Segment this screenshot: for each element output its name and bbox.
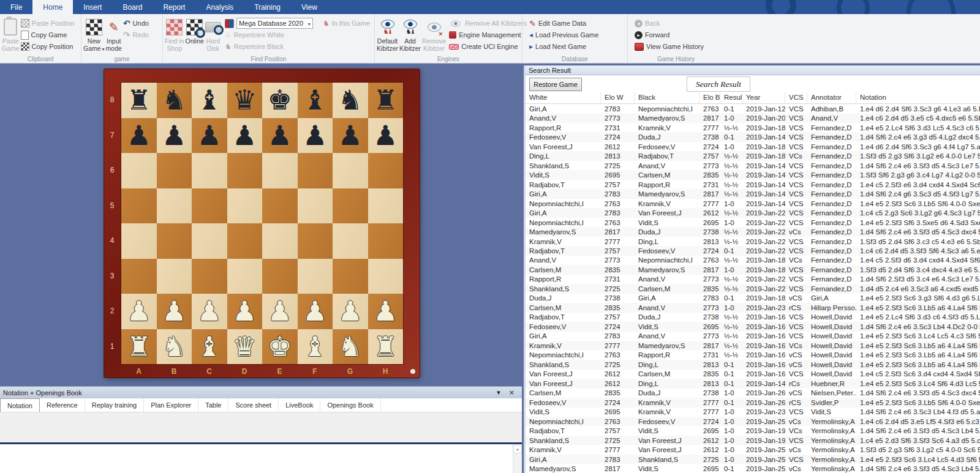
column-header-elo-w[interactable]: Elo W xyxy=(601,92,635,103)
online-button[interactable]: Online xyxy=(186,17,204,45)
game-row[interactable]: Kramnik,V2777Ding,L2813½-½2019-Jan-22VCS… xyxy=(526,237,980,246)
panel-menu-icon[interactable]: ▾ xyxy=(492,389,505,397)
square-e4[interactable] xyxy=(262,223,298,259)
square-a7[interactable]: ♟ xyxy=(121,118,157,154)
tab-table[interactable]: Table xyxy=(198,398,228,412)
square-g5[interactable] xyxy=(333,188,368,224)
game-row[interactable]: Nepomniachtchi,I2763Vidit,S26951-02019-J… xyxy=(526,218,980,227)
game-row[interactable]: Carlsen,M2835Anand,V27731-02019-Jan-23rC… xyxy=(526,303,980,312)
game-row[interactable]: Fedoseev,V2724Duda,J27380-12019-Jan-14VC… xyxy=(526,132,980,141)
square-d6[interactable] xyxy=(227,153,263,188)
game-row[interactable]: Giri,A2783Mamedyarov,S2817½-½2019-Jan-14… xyxy=(526,189,980,198)
default-kibitzer-button[interactable]: ♞♝ Default Kibitzer xyxy=(377,17,398,52)
hard-disk-button[interactable]: Hard Disk xyxy=(205,17,221,52)
column-header-result[interactable]: Result xyxy=(720,92,742,103)
square-g8[interactable]: ♞ xyxy=(333,83,368,118)
game-row[interactable]: Rapport,R2731Kramnik,V2777½-½2019-Jan-18… xyxy=(526,123,980,132)
game-row[interactable]: Giri,A2783Anand,V2773½-½2019-Jan-16VCSHo… xyxy=(526,332,980,341)
game-row[interactable]: Anand,V2773Nepomniachtchi,I2763½-½2019-J… xyxy=(526,256,980,265)
square-h6[interactable] xyxy=(368,153,404,188)
square-c8[interactable]: ♝ xyxy=(192,83,227,118)
menu-tab-file[interactable]: File xyxy=(0,0,32,14)
square-f2[interactable]: ♟ xyxy=(298,294,333,329)
game-row[interactable]: Van Foreest,J2612Ding,L28130-12019-Jan-1… xyxy=(526,379,980,388)
square-h1[interactable]: ♜ xyxy=(368,329,404,365)
input-mode-button[interactable]: ✎ Input mode xyxy=(106,17,122,52)
game-row[interactable]: Duda,J2738Giri,A27830-12019-Jan-18vCSGir… xyxy=(526,294,980,303)
view-game-history-button[interactable]: View Game History xyxy=(635,42,704,51)
undo-button[interactable]: ↶ Undo xyxy=(123,18,149,28)
game-row[interactable]: Nepomniachtchi,I2763Kramnik,V27771-02019… xyxy=(526,199,980,208)
game-row[interactable]: Giri,A2783Van Foreest,J2612½-½2019-Jan-2… xyxy=(526,208,980,217)
game-row[interactable]: Shankland,S2725Van Foreest,J26121-02019-… xyxy=(526,436,980,445)
column-header-notation[interactable]: Notation xyxy=(856,92,980,103)
game-row[interactable]: Radjabov,T2757Fedoseev,V27240-12019-Jan-… xyxy=(526,246,980,255)
copy-game-button[interactable]: Copy Game xyxy=(21,30,75,40)
game-row[interactable]: Kramnik,V2777Mamedyarov,S2817½-½2019-Jan… xyxy=(526,341,980,350)
column-header-black[interactable]: Black xyxy=(635,92,699,103)
square-c3[interactable] xyxy=(192,259,227,294)
menu-tab-analysis[interactable]: Analysis xyxy=(195,0,244,14)
square-g2[interactable]: ♟ xyxy=(333,294,368,329)
scrollbar[interactable]: ▴ xyxy=(513,445,522,473)
square-g3[interactable] xyxy=(333,259,368,294)
square-d5[interactable] xyxy=(227,188,263,224)
square-e2[interactable]: ♟ xyxy=(262,294,298,329)
square-b2[interactable]: ♟ xyxy=(157,294,192,329)
square-b1[interactable]: ♞ xyxy=(157,329,192,365)
menu-tab-board[interactable]: Board xyxy=(112,0,153,14)
game-row[interactable]: Giri,A2783Nepomniachtchi,I27630-12019-Ja… xyxy=(526,104,980,113)
game-row[interactable]: Carlsen,M2835Duda,J27381-02019-Jan-26vCS… xyxy=(526,389,980,398)
copy-position-button[interactable]: Copy Position xyxy=(21,42,75,51)
reference-database-select[interactable]: Mega Database 2020 xyxy=(236,18,313,29)
forward-button[interactable]: ▸ Forward xyxy=(635,30,704,40)
game-row[interactable]: Shankland,S2725Carlsen,M2835½-½2019-Jan-… xyxy=(526,284,980,293)
tab-score-sheet[interactable]: Score sheet xyxy=(228,398,279,412)
tab-plan-explorer[interactable]: Plan Explorer xyxy=(144,398,198,412)
menu-tab-report[interactable]: Report xyxy=(153,0,195,14)
tab-replay-training[interactable]: Replay training xyxy=(85,398,144,412)
redo-button[interactable]: ↷ Redo xyxy=(123,30,149,40)
game-row[interactable]: Carlsen,M2835Mamedyarov,S28171-02019-Jan… xyxy=(526,265,980,274)
back-button[interactable]: ◂ Back xyxy=(635,18,704,28)
square-h8[interactable]: ♜ xyxy=(368,83,404,118)
load-previous-game-button[interactable]: ◂ Load Previous Game xyxy=(529,30,598,40)
game-row[interactable]: Ding,L2813Radjabov,T2757½-½2019-Jan-18VC… xyxy=(526,151,980,160)
game-row[interactable]: Giri,A2783Shankland,S27251-02019-Jan-25V… xyxy=(526,455,980,464)
square-c2[interactable]: ♟ xyxy=(192,294,227,329)
game-row[interactable]: Radjabov,T2757Vidit,S26951-02019-Jan-19V… xyxy=(526,426,980,435)
square-b7[interactable]: ♟ xyxy=(157,118,192,154)
square-a8[interactable]: ♜ xyxy=(121,83,157,118)
game-row[interactable]: Fedoseev,V2724Kramnik,V27770-12019-Jan-2… xyxy=(526,398,980,407)
game-row[interactable]: Anand,V2773Mamedyarov,S28171-02019-Jan-2… xyxy=(526,113,980,122)
square-c7[interactable]: ♟ xyxy=(192,118,227,154)
square-b4[interactable] xyxy=(157,223,192,259)
square-a2[interactable]: ♟ xyxy=(121,294,157,329)
new-game-button[interactable]: New Game xyxy=(83,17,105,52)
tab-reference[interactable]: Reference xyxy=(40,398,85,412)
square-d3[interactable] xyxy=(227,259,263,294)
square-a1[interactable]: ♜ xyxy=(121,329,157,365)
square-d1[interactable]: ♛ xyxy=(227,329,263,365)
square-f7[interactable]: ♟ xyxy=(298,118,333,154)
remove-kibitzer-button[interactable]: × Remove Kibitzer xyxy=(422,17,446,52)
game-row[interactable]: Radjabov,T2757Rapport,R2731½-½2019-Jan-1… xyxy=(526,180,980,189)
square-b8[interactable]: ♞ xyxy=(157,83,192,118)
menu-tab-home[interactable]: Home xyxy=(32,0,73,14)
game-row[interactable]: Nepomniachtchi,I2763Rapport,R2731½-½2019… xyxy=(526,351,980,360)
column-header-white[interactable]: White xyxy=(526,92,601,103)
square-h7[interactable]: ♟ xyxy=(368,118,404,154)
tab-notation[interactable]: Notation xyxy=(0,398,40,412)
column-header-vcs[interactable]: VCS xyxy=(785,92,807,103)
edit-game-data-button[interactable]: ✎ Edit Game Data xyxy=(529,18,598,28)
menu-tab-insert[interactable]: Insert xyxy=(73,0,112,14)
close-icon[interactable]: × xyxy=(505,389,519,397)
column-header-elo-b[interactable]: Elo B xyxy=(699,92,720,103)
square-f3[interactable] xyxy=(298,259,333,294)
engine-management-button[interactable]: Engine Management xyxy=(449,30,527,40)
square-a5[interactable] xyxy=(121,188,157,224)
square-f8[interactable]: ♝ xyxy=(298,83,333,118)
square-h4[interactable] xyxy=(368,223,404,259)
square-e3[interactable] xyxy=(262,259,298,294)
square-a6[interactable] xyxy=(121,153,157,188)
